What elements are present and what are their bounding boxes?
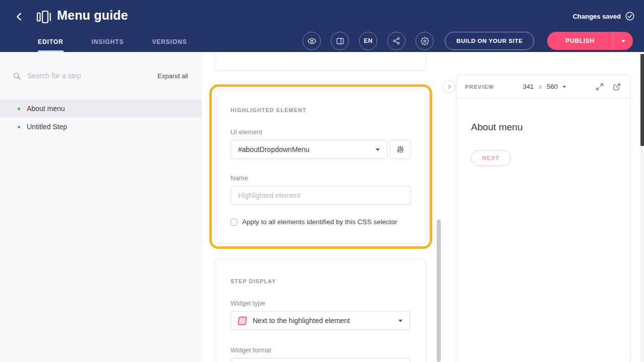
open-external-button[interactable]	[612, 82, 622, 92]
ui-element-label: UI element	[230, 128, 411, 136]
tab-versions[interactable]: VERSIONS	[152, 38, 187, 52]
tab-editor[interactable]: EDITOR	[38, 38, 64, 52]
expand-arrows-icon	[596, 83, 604, 91]
widget-format-select[interactable]	[230, 358, 410, 362]
preview-panel: PREVIEW 341 x 560 About menu	[456, 75, 630, 362]
element-selector-settings-button[interactable]	[390, 140, 411, 159]
size-separator: x	[539, 83, 542, 90]
tab-insights[interactable]: INSIGHTS	[92, 38, 124, 52]
layout-button[interactable]	[331, 32, 349, 50]
preview-height-value: 560	[547, 83, 558, 90]
share-button[interactable]	[387, 32, 405, 50]
apply-all-checkbox-row[interactable]: Apply to all elements identified by this…	[230, 218, 411, 226]
preview-header-icons	[595, 82, 622, 92]
step-editor-panel: HIGHLIGHTED ELEMENT UI element #aboutDro…	[202, 52, 444, 362]
preview-header: PREVIEW 341 x 560	[457, 75, 630, 98]
step-bullet-icon	[18, 108, 20, 110]
step-search-row: Expand all	[0, 52, 201, 99]
page-title: Menu guide	[57, 8, 128, 23]
page-scrollbar-thumb[interactable]	[640, 54, 644, 146]
step-bullet-icon	[18, 126, 20, 128]
step-item-about-menu[interactable]: About menu	[0, 99, 201, 118]
eye-icon	[307, 36, 317, 46]
preview-step-title: About menu	[471, 122, 616, 133]
page-scrollbar[interactable]	[640, 52, 644, 362]
steps-sidebar: Expand all About menu Untitled Step	[0, 52, 202, 362]
share-icon	[392, 37, 400, 45]
chevron-down-icon	[376, 148, 380, 151]
ui-element-select[interactable]: #aboutDropdownMenu	[230, 140, 387, 159]
chevron-right-icon	[446, 84, 452, 90]
widget-type-select[interactable]: Next to the highlighted element	[230, 311, 410, 330]
highlighted-element-card: HIGHLIGHTED ELEMENT UI element #aboutDro…	[214, 89, 427, 244]
panel-layout-icon	[336, 37, 344, 45]
header-actions: EN BUILD ON YOUR SITE PUBLISH	[303, 32, 633, 50]
search-icon	[13, 72, 21, 80]
widget-format-label: Widget format	[230, 346, 410, 354]
preview-panel-title: PREVIEW	[465, 84, 494, 90]
gear-icon	[421, 37, 429, 45]
chevron-down-icon	[398, 320, 402, 322]
step-search-input[interactable]	[27, 72, 157, 80]
step-label: Untitled Step	[27, 123, 67, 131]
preview-width-value: 341	[523, 83, 534, 90]
element-name-input[interactable]	[230, 186, 411, 205]
name-label: Name	[230, 174, 411, 182]
widget-type-label: Widget type	[230, 299, 410, 307]
widget-type-value: Next to the highlighted element	[253, 317, 388, 325]
step-display-card: STEP DISPLAY Widget type Next to the hig…	[214, 258, 426, 362]
check-circle-icon	[625, 11, 635, 21]
publish-button[interactable]: PUBLISH	[547, 32, 613, 50]
app: Menu guide Changes saved EDITOR INSIGHTS…	[0, 0, 644, 362]
next-button[interactable]: NEXT	[471, 150, 511, 166]
changes-saved-status: Changes saved	[573, 11, 635, 21]
ui-element-row: #aboutDropdownMenu	[230, 140, 411, 159]
publish-dropdown-button[interactable]	[613, 32, 633, 50]
apply-all-checkbox[interactable]	[230, 219, 238, 226]
preview-eye-button[interactable]	[303, 32, 321, 50]
section-title-highlighted-element: HIGHLIGHTED ELEMENT	[230, 107, 411, 113]
highlighted-card-outline: HIGHLIGHTED ELEMENT UI element #aboutDro…	[209, 84, 432, 249]
preview-size-control[interactable]: 341 x 560	[523, 83, 566, 90]
preview-region: PREVIEW 341 x 560 About menu	[444, 52, 644, 362]
editor-scrollbar-thumb[interactable]	[437, 220, 441, 362]
preview-body: About menu NEXT	[457, 98, 630, 189]
chevron-left-icon	[14, 11, 25, 22]
ui-element-value: #aboutDropdownMenu	[238, 145, 372, 153]
fullscreen-button[interactable]	[595, 82, 605, 92]
collapse-panel-button[interactable]	[443, 80, 455, 93]
previous-settings-card	[214, 52, 426, 71]
changes-saved-label: Changes saved	[573, 13, 621, 20]
chevron-down-icon	[621, 40, 625, 42]
section-title-step-display: STEP DISPLAY	[230, 278, 410, 284]
step-label: About menu	[27, 105, 65, 113]
header-tabs: EDITOR INSIGHTS VERSIONS	[38, 38, 187, 52]
chevron-down-icon	[563, 86, 566, 88]
step-item-untitled-step[interactable]: Untitled Step	[0, 118, 201, 136]
sliders-icon	[396, 145, 404, 153]
apply-all-checkbox-label: Apply to all elements identified by this…	[242, 218, 397, 226]
widget-type-icon	[238, 317, 247, 325]
settings-gear-button[interactable]	[416, 32, 434, 50]
language-button[interactable]: EN	[359, 32, 377, 50]
external-link-icon	[613, 83, 621, 91]
app-logo-icon	[36, 10, 51, 26]
publish-button-group: PUBLISH	[547, 32, 633, 50]
steps-list: About menu Untitled Step	[0, 99, 201, 136]
back-button[interactable]	[12, 10, 26, 24]
editor-scrollbar[interactable]	[437, 52, 441, 362]
build-on-your-site-button[interactable]: BUILD ON YOUR SITE	[445, 32, 534, 50]
expand-all-link[interactable]: Expand all	[157, 72, 188, 80]
top-header: Menu guide Changes saved EDITOR INSIGHTS…	[0, 0, 644, 52]
